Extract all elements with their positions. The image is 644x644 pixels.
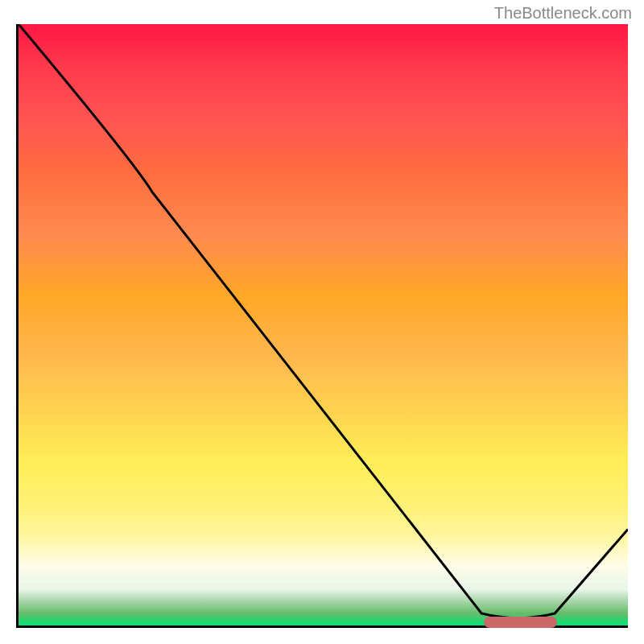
watermark-text: TheBottleneck.com bbox=[494, 4, 632, 23]
bottleneck-curve bbox=[19, 24, 628, 618]
chart-container bbox=[16, 24, 628, 628]
chart-line-svg bbox=[19, 24, 628, 625]
optimal-range-marker bbox=[484, 617, 557, 628]
